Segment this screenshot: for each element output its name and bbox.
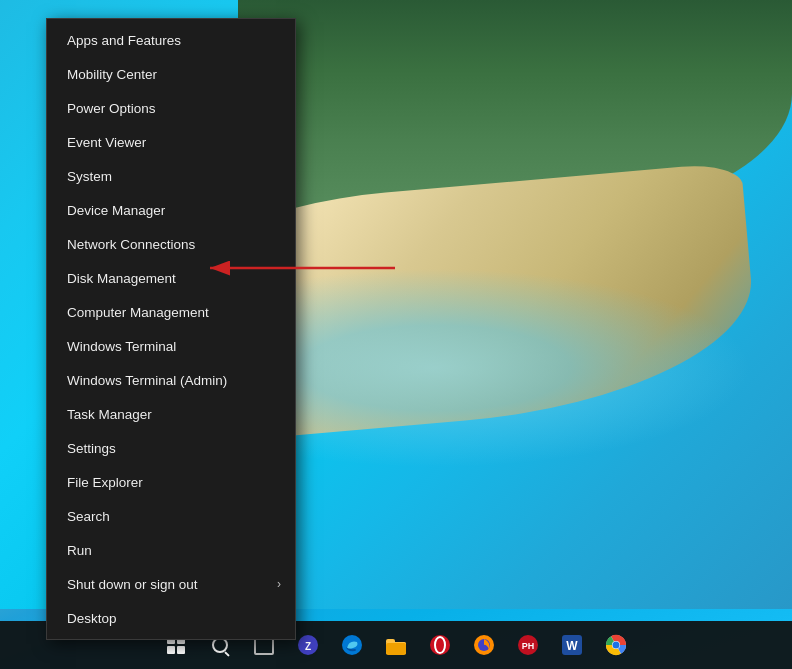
menu-item-file-explorer[interactable]: File Explorer [47, 465, 295, 499]
taskbar-ph-button[interactable]: PH [508, 625, 548, 665]
menu-item-system[interactable]: System [47, 159, 295, 193]
menu-item-mobility-center[interactable]: Mobility Center [47, 57, 295, 91]
menu-item-label-power-options: Power Options [67, 101, 156, 116]
menu-item-label-disk-management: Disk Management [67, 271, 176, 286]
taskbar-file-explorer-button[interactable] [376, 625, 416, 665]
menu-item-label-network-connections: Network Connections [67, 237, 195, 252]
menu-item-label-apps-features: Apps and Features [67, 33, 181, 48]
svg-text:PH: PH [522, 641, 535, 651]
svg-text:Z: Z [305, 641, 311, 652]
menu-item-label-run: Run [67, 543, 92, 558]
menu-item-device-manager[interactable]: Device Manager [47, 193, 295, 227]
menu-item-windows-terminal[interactable]: Windows Terminal [47, 329, 295, 363]
word-icon: W [561, 634, 583, 656]
menu-item-windows-terminal-admin[interactable]: Windows Terminal (Admin) [47, 363, 295, 397]
folder-icon [385, 634, 407, 656]
svg-text:W: W [566, 639, 578, 653]
menu-item-label-windows-terminal-admin: Windows Terminal (Admin) [67, 373, 227, 388]
menu-item-apps-features[interactable]: Apps and Features [47, 23, 295, 57]
taskbar-firefox-button[interactable] [464, 625, 504, 665]
menu-item-label-system: System [67, 169, 112, 184]
taskbar-opera-button[interactable] [420, 625, 460, 665]
menu-item-search[interactable]: Search [47, 499, 295, 533]
firefox-icon [473, 634, 495, 656]
menu-item-task-manager[interactable]: Task Manager [47, 397, 295, 431]
ph-icon: PH [517, 634, 539, 656]
menu-item-run[interactable]: Run [47, 533, 295, 567]
menu-item-label-task-manager: Task Manager [67, 407, 152, 422]
menu-item-shut-down-sign-out[interactable]: Shut down or sign out› [47, 567, 295, 601]
zoom-icon: Z [297, 634, 319, 656]
taskbar-word-button[interactable]: W [552, 625, 592, 665]
menu-item-event-viewer[interactable]: Event Viewer [47, 125, 295, 159]
svg-point-19 [613, 642, 620, 649]
edge-icon [341, 634, 363, 656]
menu-item-label-event-viewer: Event Viewer [67, 135, 146, 150]
taskbar-edge-button[interactable] [332, 625, 372, 665]
menu-item-label-desktop: Desktop [67, 611, 117, 626]
menu-item-settings[interactable]: Settings [47, 431, 295, 465]
menu-item-disk-management[interactable]: Disk Management [47, 261, 295, 295]
context-menu: Apps and FeaturesMobility CenterPower Op… [46, 18, 296, 640]
menu-item-label-computer-management: Computer Management [67, 305, 209, 320]
menu-item-label-mobility-center: Mobility Center [67, 67, 157, 82]
menu-item-power-options[interactable]: Power Options [47, 91, 295, 125]
svg-rect-8 [386, 643, 406, 654]
taskbar-chrome-button[interactable] [596, 625, 636, 665]
menu-item-label-file-explorer: File Explorer [67, 475, 143, 490]
opera-icon [429, 634, 451, 656]
menu-item-label-settings: Settings [67, 441, 116, 456]
menu-item-label-device-manager: Device Manager [67, 203, 165, 218]
chrome-icon [605, 634, 627, 656]
menu-item-computer-management[interactable]: Computer Management [47, 295, 295, 329]
menu-item-label-search: Search [67, 509, 110, 524]
menu-item-label-shut-down-sign-out: Shut down or sign out [67, 577, 198, 592]
menu-item-network-connections[interactable]: Network Connections [47, 227, 295, 261]
menu-item-label-windows-terminal: Windows Terminal [67, 339, 176, 354]
submenu-arrow-icon: › [277, 577, 281, 591]
menu-item-desktop[interactable]: Desktop [47, 601, 295, 635]
